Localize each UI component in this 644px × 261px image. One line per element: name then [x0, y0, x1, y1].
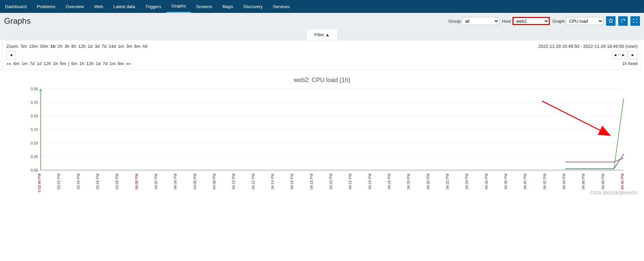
zoom-6m[interactable]: 6m [134, 44, 140, 49]
zoom-controls: Zoom:5m15m30m1h2h3h6h12h1d3d7d14d1m3m6mA… [6, 44, 147, 49]
zoom-2h[interactable]: 2h [58, 44, 62, 49]
svg-text:04:36 PM: 04:36 PM [484, 174, 488, 189]
svg-text:04:06 PM: 04:06 PM [193, 174, 197, 189]
shift-back-6m[interactable]: 6m [13, 61, 19, 66]
graph-select[interactable]: CPU load [566, 17, 603, 25]
shift-back-1h[interactable]: 1h [53, 61, 58, 66]
zoom-6h[interactable]: 6h [72, 44, 76, 49]
svg-text:03:54 PM: 03:54 PM [76, 174, 80, 189]
shift-right-suffix: »» [126, 61, 130, 66]
refresh-button[interactable] [618, 16, 628, 26]
svg-text:04:42 PM: 04:42 PM [543, 174, 547, 189]
time-next-button[interactable]: ► [628, 51, 638, 59]
svg-text:04:48 PM: 04:48 PM [601, 174, 605, 189]
time-range: 2022-11-29 15:49:50 - 2022-11-29 16:49:5… [538, 44, 638, 49]
star-icon [608, 18, 613, 24]
time-prev-button[interactable]: ◄ [6, 51, 16, 59]
fullscreen-button[interactable] [630, 16, 640, 26]
nav-triggers[interactable]: Triggers [140, 0, 166, 13]
shift-back-12h[interactable]: 12h [44, 61, 51, 66]
shift-fwd-1h[interactable]: 1h [79, 61, 84, 66]
svg-text:04:14 PM: 04:14 PM [270, 174, 275, 189]
shift-back-1d[interactable]: 1d [37, 61, 41, 66]
zoom-7d[interactable]: 7d [102, 44, 106, 49]
chart-area: web2: CPU load (1h) 0.000.050.100.150.20… [0, 70, 644, 197]
nav-latest-data[interactable]: Latest data [108, 0, 140, 13]
group-select[interactable]: all [462, 17, 499, 25]
triangle-right-icon: ► [631, 53, 635, 57]
svg-text:04:22 PM: 04:22 PM [348, 174, 352, 189]
nav-discovery[interactable]: Discovery [238, 0, 268, 13]
svg-text:04:44 PM: 04:44 PM [562, 174, 566, 189]
shift-fwd-1d[interactable]: 1d [96, 61, 100, 66]
filter-tab-row: Filter ▲ [0, 29, 644, 40]
nav-graphs[interactable]: Graphs [166, 0, 191, 13]
svg-text:04:08 PM: 04:08 PM [212, 174, 216, 189]
svg-text:04:04 PM: 04:04 PM [173, 174, 177, 189]
svg-text:04:02 PM: 04:02 PM [154, 174, 158, 189]
zoom-12h[interactable]: 12h [78, 44, 86, 49]
shift-fwd-1m[interactable]: 1m [109, 61, 116, 66]
host-select[interactable]: web2 [512, 17, 550, 25]
svg-text:04:10 PM: 04:10 PM [232, 174, 236, 189]
nav-problems[interactable]: Problems [32, 0, 61, 13]
svg-text:03:56 PM: 03:56 PM [96, 174, 100, 189]
zoom-1h[interactable]: 1h [51, 44, 56, 49]
svg-text:04:46 PM: 04:46 PM [581, 174, 585, 189]
filter-toggle[interactable]: Filter ▲ [306, 29, 337, 40]
zoom-1m[interactable]: 1m [118, 44, 124, 49]
zoom-15m[interactable]: 15m [29, 44, 38, 49]
svg-text:04:38 PM: 04:38 PM [504, 174, 508, 189]
shift-sep: | [68, 61, 69, 66]
zoom-14d[interactable]: 14d [108, 44, 116, 49]
shift-back-7d[interactable]: 7d [30, 61, 35, 66]
filter-controls: Group all Host web2 Graph CPU load [448, 16, 640, 26]
svg-text:04:28 PM: 04:28 PM [406, 174, 410, 189]
svg-text:04:12 PM: 04:12 PM [251, 174, 255, 189]
main-nav: DashboardProblemsOverviewWebLatest dataT… [0, 0, 644, 13]
svg-text:0.30: 0.30 [31, 87, 38, 91]
svg-text:04:24 PM: 04:24 PM [368, 174, 372, 189]
svg-text:04:34 PM: 04:34 PM [465, 174, 469, 189]
svg-text:0.10: 0.10 [31, 141, 38, 145]
shift-fwd-6m[interactable]: 6m [118, 61, 124, 66]
time-shift-controls: ««6m1m7d1d12h1h5m|5m1h12h1d7d1m6m»» [6, 61, 131, 66]
group-label: Group [448, 19, 461, 24]
page-header: Graphs Group all Host web2 Graph CPU loa… [0, 13, 644, 29]
shift-back-1m[interactable]: 1m [22, 61, 28, 66]
zoom-30m[interactable]: 30m [40, 44, 48, 49]
nav-maps[interactable]: Maps [217, 0, 238, 13]
zoom-5m[interactable]: 5m [21, 44, 27, 49]
zoom-All[interactable]: All [142, 44, 147, 49]
svg-text:0.20: 0.20 [31, 114, 38, 118]
nav-dashboard[interactable]: Dashboard [0, 0, 32, 13]
svg-text:03:58 PM: 03:58 PM [115, 174, 119, 189]
chart-title: web2: CPU load (1h) [14, 77, 630, 84]
svg-text:0.05: 0.05 [31, 155, 38, 159]
svg-text:04:30 PM: 04:30 PM [426, 174, 430, 189]
host-label: Host [502, 19, 511, 24]
nav-overview[interactable]: Overview [61, 0, 89, 13]
watermark: CSDN @桂安俊@kylinOS [590, 190, 637, 196]
svg-text:04:16 PM: 04:16 PM [290, 174, 294, 189]
shift-fwd-12h[interactable]: 12h [86, 61, 94, 66]
nav-services[interactable]: Services [268, 0, 295, 13]
nav-screens[interactable]: Screens [191, 0, 217, 13]
shift-fwd-7d[interactable]: 7d [103, 61, 107, 66]
shift-left-prefix: «« [6, 61, 11, 66]
svg-text:04:18 PM: 04:18 PM [309, 174, 314, 189]
graph-select-label: Graph [552, 19, 565, 24]
nav-web[interactable]: Web [89, 0, 108, 13]
zoom-3h[interactable]: 3h [64, 44, 69, 49]
svg-text:/29 03:49 PM: /29 03:49 PM [37, 174, 41, 192]
zoom-3m[interactable]: 3m [126, 44, 132, 49]
zoom-3d[interactable]: 3d [95, 44, 99, 49]
zoom-1d[interactable]: 1d [88, 44, 93, 49]
shift-fwd-5m[interactable]: 5m [71, 61, 77, 66]
refresh-icon [620, 18, 626, 24]
svg-text:04:49 PM: 04:49 PM [620, 174, 624, 189]
shift-back-5m[interactable]: 5m [60, 61, 66, 66]
favorite-button[interactable] [606, 16, 616, 26]
time-range-button[interactable]: ◄∷► [612, 51, 627, 59]
svg-line-47 [542, 101, 609, 135]
